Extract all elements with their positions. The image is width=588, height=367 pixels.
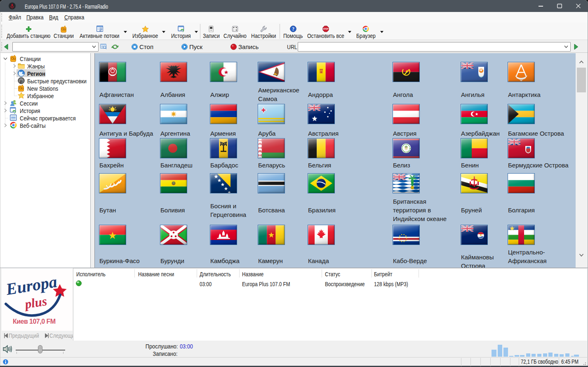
svg-text:STOP: STOP	[323, 28, 328, 30]
svg-text:p: p	[20, 78, 22, 83]
svg-text:Europa: Europa	[4, 272, 58, 299]
svg-text:plus: plus	[23, 294, 48, 311]
svg-text:?: ?	[292, 26, 294, 31]
svg-text:Киев 107,0 FM: Киев 107,0 FM	[13, 318, 56, 325]
